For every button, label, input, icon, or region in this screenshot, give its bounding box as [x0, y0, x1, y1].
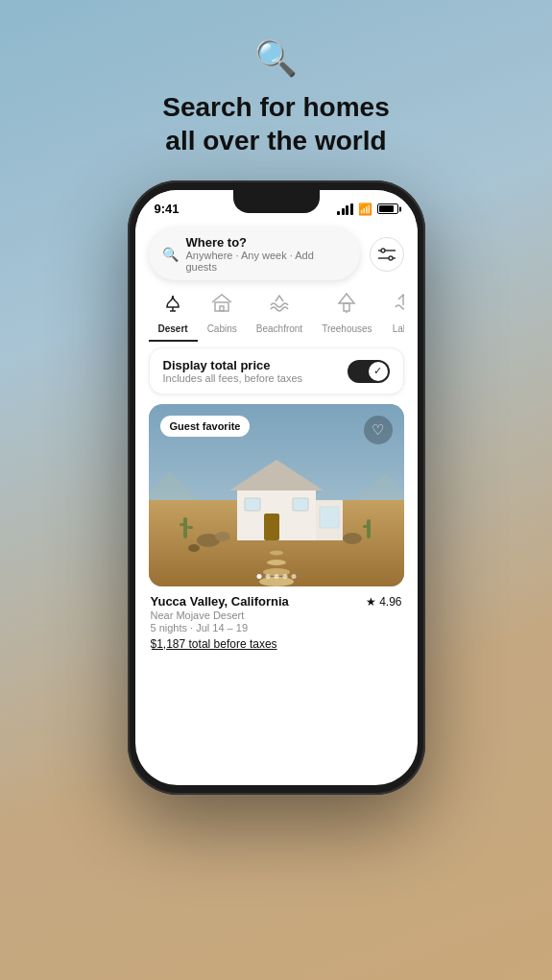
svg-point-1 — [389, 256, 393, 260]
listing-title-row: Yucca Valley, California ★ 4.96 — [151, 594, 402, 609]
desert-icon — [161, 292, 184, 321]
price-toggle-switch[interactable]: ✓ — [348, 360, 390, 383]
svg-rect-34 — [367, 519, 371, 538]
search-icon-large: 🔍 — [254, 38, 298, 79]
listing-dates: 5 nights · Jul 14 – 19 — [151, 622, 402, 633]
heart-button[interactable]: ♡ — [364, 416, 393, 444]
svg-rect-9 — [220, 306, 224, 311]
dot-3 — [274, 574, 278, 579]
tab-treehouses[interactable]: Treehouses — [312, 288, 381, 342]
listing-location: Yucca Valley, California — [151, 594, 289, 609]
svg-rect-33 — [187, 526, 193, 529]
price-toggle-bar[interactable]: Display total price Includes all fees, b… — [149, 347, 404, 394]
listing-price[interactable]: $1,187 total before taxes — [151, 637, 402, 651]
toggle-knob: ✓ — [369, 362, 388, 381]
dot-2 — [265, 574, 270, 579]
tab-desert-label: Desert — [158, 323, 188, 334]
hero-section: 🔍 Search for homes all over the world — [162, 0, 390, 180]
search-input-area[interactable]: 🔍 Where to? Anywhere · Any week · Add gu… — [149, 227, 360, 280]
search-secondary-text: Anywhere · Any week · Add guests — [186, 250, 347, 273]
search-bar[interactable]: 🔍 Where to? Anywhere · Any week · Add gu… — [149, 227, 404, 280]
tab-lake[interactable]: Lake — [382, 288, 404, 342]
phone-mockup: 9:41 📶 — [128, 180, 425, 795]
dot-4 — [282, 574, 287, 579]
search-icon: 🔍 — [162, 247, 179, 262]
tab-cabins[interactable]: Cabins — [198, 288, 247, 342]
category-tabs: Desert Cabins — [149, 288, 404, 342]
tab-cabins-label: Cabins — [207, 323, 237, 334]
svg-point-17 — [267, 560, 286, 565]
price-toggle-title: Display total price — [163, 358, 303, 372]
phone-screen: 9:41 📶 — [135, 190, 418, 785]
treehouses-icon — [335, 292, 358, 321]
phone-frame: 9:41 📶 — [128, 180, 425, 795]
star-icon: ★ — [366, 595, 376, 609]
tab-treehouses-label: Treehouses — [322, 323, 372, 334]
price-toggle-subtitle: Includes all fees, before taxes — [163, 372, 303, 384]
svg-rect-21 — [264, 514, 279, 540]
svg-rect-22 — [245, 498, 260, 511]
svg-rect-23 — [293, 498, 308, 511]
svg-rect-32 — [180, 523, 187, 526]
hero-title: Search for homes all over the world — [162, 90, 390, 157]
status-icons: 📶 — [337, 203, 398, 216]
phone-notch — [233, 190, 320, 213]
lake-icon — [392, 292, 404, 321]
svg-point-29 — [343, 533, 362, 544]
svg-point-0 — [381, 249, 385, 252]
tab-beachfront[interactable]: Beachfront — [247, 288, 312, 342]
signal-icon — [337, 203, 353, 215]
app-content: 🔍 Where to? Anywhere · Any week · Add gu… — [135, 227, 418, 655]
svg-rect-26 — [320, 507, 339, 528]
listing-rating: ★ 4.96 — [366, 595, 401, 609]
filter-button[interactable] — [370, 237, 404, 272]
svg-point-28 — [215, 532, 230, 541]
beachfront-icon — [268, 292, 291, 321]
search-primary-text: Where to? — [186, 235, 347, 250]
wifi-icon: 📶 — [358, 203, 372, 216]
listing-image: Guest favorite ♡ — [149, 404, 404, 586]
svg-point-18 — [270, 551, 283, 556]
price-toggle-text: Display total price Includes all fees, b… — [163, 358, 303, 384]
search-text: Where to? Anywhere · Any week · Add gues… — [186, 235, 347, 273]
dot-5 — [291, 574, 296, 579]
tab-desert[interactable]: Desert — [149, 288, 198, 342]
listing-card[interactable]: Guest favorite ♡ Yucca Valley, Calif — [149, 404, 404, 655]
tab-lake-label: Lake — [393, 323, 404, 334]
listing-sublocation: Near Mojave Desert — [151, 610, 402, 621]
guest-favorite-badge: Guest favorite — [160, 416, 251, 437]
svg-rect-31 — [183, 517, 187, 538]
status-time: 9:41 — [155, 202, 180, 216]
battery-icon — [377, 203, 398, 214]
dot-1 — [256, 574, 261, 579]
tab-beachfront-label: Beachfront — [256, 323, 302, 334]
svg-rect-35 — [363, 525, 371, 528]
listing-info: Yucca Valley, California ★ 4.96 Near Moj… — [149, 586, 404, 655]
svg-point-30 — [188, 544, 200, 552]
cabins-icon — [210, 292, 233, 321]
svg-rect-10 — [344, 303, 349, 311]
carousel-dots — [256, 574, 296, 579]
rating-value: 4.96 — [379, 595, 401, 609]
